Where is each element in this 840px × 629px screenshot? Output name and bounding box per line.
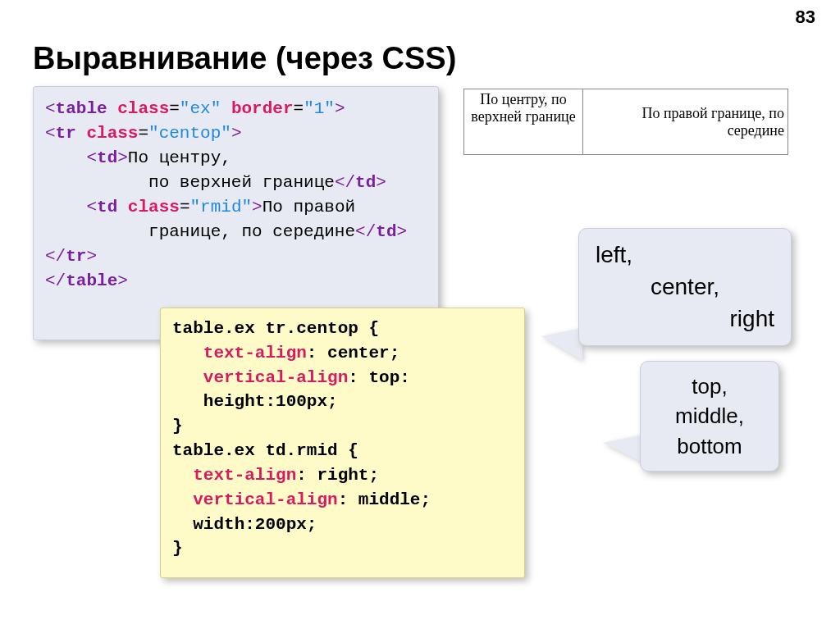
callout-line: right — [596, 303, 774, 335]
callout-vertical-align-values: top, middle, bottom — [640, 361, 779, 472]
html-code-box: <table class="ex" border="1"> <tr class=… — [33, 86, 439, 340]
code-line: } — [172, 414, 513, 439]
code-line: по верхней границе</td> — [45, 171, 427, 195]
code-line: width:200px; — [172, 513, 513, 537]
code-line: height:100px; — [172, 390, 513, 414]
code-line: vertical-align: middle; — [172, 488, 513, 513]
callout-line: top, — [657, 371, 762, 401]
code-line: table.ex td.rmid { — [172, 439, 513, 463]
demo-table: По центру, по верхней границе По правой … — [463, 89, 788, 155]
code-line: <tr class="centop"> — [45, 121, 427, 146]
callout-line: middle, — [657, 401, 762, 431]
code-line: } — [172, 536, 513, 561]
demo-cell-right-middle: По правой границе, по середине — [583, 89, 788, 155]
code-line: <td>По центру, — [45, 146, 427, 171]
code-line: <td class="rmid">По правой — [45, 195, 427, 220]
callout-line: bottom — [657, 431, 762, 461]
callout-text-align-values: left, center, right — [578, 228, 792, 346]
code-line: </table> — [45, 269, 427, 294]
code-line: </tr> — [45, 244, 427, 269]
callout-tail-icon — [603, 435, 644, 463]
callout-tail-icon — [541, 328, 582, 361]
code-line: vertical-align: top: — [172, 366, 513, 390]
callout-line: center, — [596, 271, 774, 303]
code-line: границе, по середине</td> — [45, 220, 427, 244]
code-line: <table class="ex" border="1"> — [45, 97, 427, 121]
code-line: text-align: right; — [172, 463, 513, 488]
page-number: 83 — [796, 7, 815, 28]
demo-cell-center-top: По центру, по верхней границе — [464, 89, 583, 155]
page-title: Выравнивание (через CSS) — [33, 41, 456, 76]
table-row: По центру, по верхней границе По правой … — [464, 89, 788, 155]
code-line: text-align: center; — [172, 341, 513, 366]
code-line: table.ex tr.centop { — [172, 317, 513, 341]
css-code-box: table.ex tr.centop { text-align: center;… — [160, 308, 525, 578]
callout-line: left, — [596, 239, 774, 271]
